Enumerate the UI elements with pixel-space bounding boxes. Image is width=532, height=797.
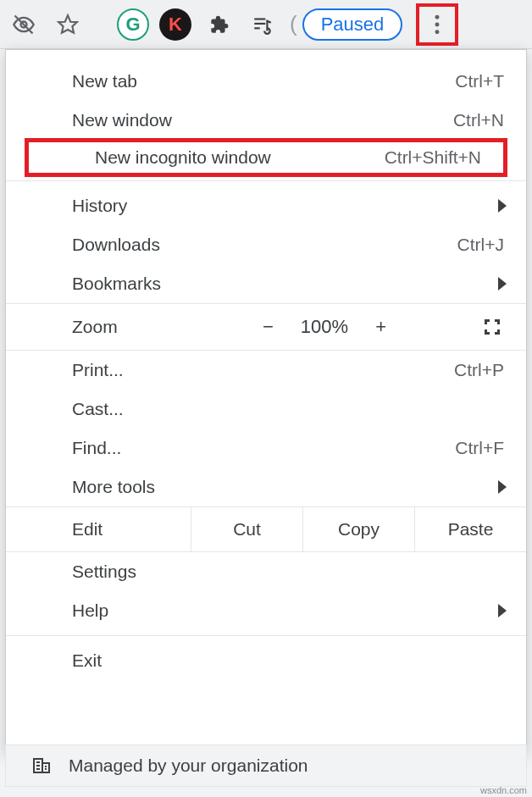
menu-zoom-row: Zoom − 100% + (6, 303, 526, 351)
paused-pill: Paused (302, 8, 403, 41)
menu-cast[interactable]: Cast... (6, 390, 526, 429)
menu-print[interactable]: Print... Ctrl+P (6, 351, 526, 390)
managed-by-org-footer[interactable]: Managed by your organization (5, 744, 527, 787)
svg-point-8 (435, 30, 440, 34)
edit-cut-button[interactable]: Cut (191, 507, 302, 551)
menu-shortcut: Ctrl+P (454, 360, 504, 380)
chevron-right-icon (497, 199, 507, 213)
menu-label: New incognito window (95, 147, 385, 168)
zoom-label: Zoom (72, 317, 191, 337)
browser-toolbar: G K ( Paused (0, 0, 532, 49)
menu-separator (6, 635, 526, 636)
chevron-right-icon (497, 604, 507, 617)
chrome-main-menu: New tab Ctrl+T New window Ctrl+N New inc… (5, 49, 527, 753)
menu-more-tools[interactable]: More tools (6, 468, 526, 506)
extension-k-icon[interactable]: K (159, 8, 191, 41)
menu-downloads[interactable]: Downloads Ctrl+J (6, 225, 526, 264)
tracking-protection-icon[interactable] (7, 8, 41, 42)
svg-marker-2 (58, 15, 77, 33)
menu-label: More tools (72, 477, 504, 497)
profile-paren: ( (290, 11, 297, 37)
menu-label: Help (72, 601, 504, 621)
menu-exit[interactable]: Exit (6, 641, 526, 680)
bookmark-star-icon[interactable] (51, 8, 85, 42)
menu-label: Print... (72, 360, 454, 380)
menu-label: History (72, 196, 504, 216)
menu-shortcut: Ctrl+J (457, 235, 504, 255)
extensions-puzzle-icon[interactable] (202, 8, 236, 42)
zoom-in-button[interactable]: + (375, 316, 386, 338)
menu-bookmarks[interactable]: Bookmarks (6, 264, 526, 303)
svg-rect-14 (42, 763, 49, 772)
edit-copy-button[interactable]: Copy (302, 507, 414, 551)
managed-label: Managed by your organization (69, 755, 308, 776)
menu-label: Downloads (72, 235, 457, 255)
svg-marker-9 (498, 199, 507, 213)
menu-help[interactable]: Help (6, 591, 526, 630)
chrome-menu-button[interactable] (416, 3, 458, 46)
menu-settings[interactable]: Settings (6, 552, 526, 591)
menu-edit-row: Edit Cut Copy Paste (6, 506, 526, 552)
edit-paste-button[interactable]: Paste (414, 507, 526, 551)
svg-marker-11 (498, 480, 507, 494)
zoom-value: 100% (301, 316, 348, 338)
zoom-out-button[interactable]: − (263, 316, 274, 338)
svg-point-7 (435, 22, 440, 26)
menu-label: Find... (72, 438, 455, 458)
media-control-icon[interactable] (246, 8, 280, 42)
edit-label: Edit (72, 519, 191, 540)
menu-shortcut: Ctrl+F (455, 438, 504, 458)
menu-new-incognito-window[interactable]: New incognito window Ctrl+Shift+N (25, 138, 507, 177)
menu-find[interactable]: Find... Ctrl+F (6, 429, 526, 468)
profile-chip[interactable]: ( Paused (290, 8, 402, 41)
svg-marker-10 (498, 277, 507, 291)
fullscreen-button[interactable] (458, 317, 526, 337)
menu-label: Bookmarks (72, 274, 504, 294)
ext-g-label: G (125, 14, 140, 36)
menu-shortcut: Ctrl+N (453, 110, 504, 130)
svg-marker-12 (498, 604, 507, 617)
chevron-right-icon (497, 277, 507, 291)
chevron-right-icon (497, 480, 507, 494)
menu-new-window[interactable]: New window Ctrl+N (6, 101, 526, 140)
menu-shortcut: Ctrl+Shift+N (385, 147, 481, 168)
menu-history[interactable]: History (6, 186, 526, 225)
ext-k-label: K (169, 14, 182, 36)
building-icon (31, 755, 52, 776)
menu-separator (6, 180, 526, 181)
menu-new-tab[interactable]: New tab Ctrl+T (6, 62, 526, 101)
menu-label: Exit (72, 650, 504, 671)
menu-shortcut: Ctrl+T (455, 71, 504, 91)
menu-label: Cast... (72, 399, 504, 419)
menu-label: Settings (72, 562, 504, 582)
svg-point-6 (435, 14, 440, 19)
menu-label: New window (72, 110, 453, 130)
menu-label: New tab (72, 71, 455, 91)
extension-grammarly-icon[interactable]: G (117, 8, 149, 41)
watermark-text: wsxdn.com (480, 785, 527, 795)
